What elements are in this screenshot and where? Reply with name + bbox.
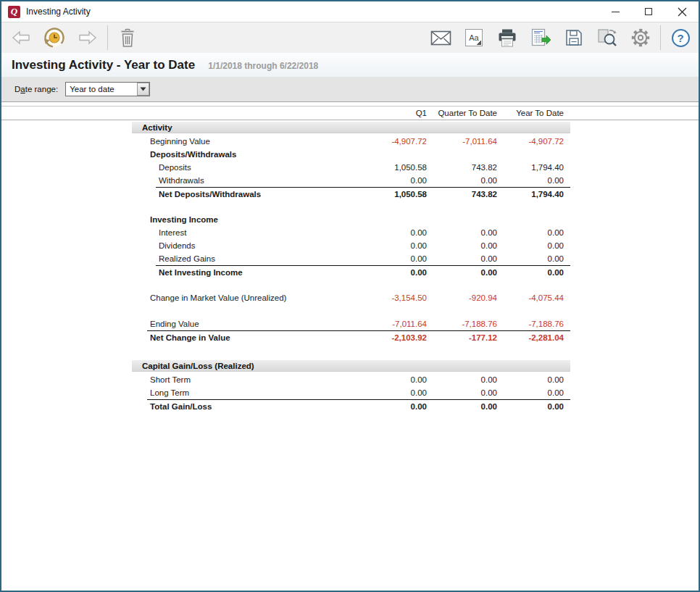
close-button[interactable] bbox=[665, 1, 699, 22]
row-label: Interest bbox=[132, 226, 357, 239]
amount-cell[interactable]: 0.00 bbox=[427, 226, 497, 239]
minimize-button[interactable] bbox=[599, 1, 632, 22]
help-icon: ? bbox=[672, 29, 690, 47]
amount-cell[interactable]: 0.00 bbox=[427, 252, 497, 265]
amount-cell[interactable]: 0.00 bbox=[497, 266, 564, 278]
printer-icon bbox=[497, 28, 517, 48]
amount-cell[interactable]: 1,794.40 bbox=[497, 188, 564, 200]
amount-cell[interactable]: -7,188.76 bbox=[427, 317, 497, 330]
table-row: Net Deposits/Withdrawals1,050.58743.821,… bbox=[156, 187, 570, 200]
table-row: Net Change in Value-2,103.92-177.12-2,28… bbox=[147, 330, 570, 343]
amount-cell[interactable]: 743.82 bbox=[427, 161, 497, 174]
row-spacer bbox=[132, 343, 570, 359]
amount-cell[interactable]: 0.00 bbox=[427, 400, 497, 412]
amount-cell[interactable]: 0.00 bbox=[357, 252, 427, 265]
dropdown-button[interactable] bbox=[137, 83, 149, 96]
toolbar-right-group: Aa bbox=[428, 25, 693, 51]
print-button[interactable] bbox=[495, 25, 520, 51]
amount-cell[interactable]: 0.00 bbox=[427, 239, 497, 252]
table-row: Interest0.000.000.00 bbox=[132, 226, 570, 239]
date-range-select[interactable]: Year to date bbox=[65, 82, 150, 96]
row-label: Investing Income bbox=[132, 213, 564, 226]
amount-cell[interactable]: 1,050.58 bbox=[357, 161, 427, 174]
column-header: Year To Date bbox=[497, 107, 564, 120]
amount-cell[interactable]: 0.00 bbox=[427, 266, 497, 278]
amount-cell[interactable]: 1,050.58 bbox=[357, 188, 427, 200]
amount-cell[interactable]: 743.82 bbox=[427, 188, 497, 200]
app-window: Q Investing Activity bbox=[0, 0, 700, 592]
delete-report-button[interactable] bbox=[115, 25, 140, 51]
settings-button[interactable] bbox=[628, 25, 653, 51]
help-button[interactable]: ? bbox=[668, 25, 693, 51]
table-row: Dividends0.000.000.00 bbox=[132, 239, 570, 252]
trash-icon bbox=[120, 28, 136, 48]
table-row: Deposits1,050.58743.821,794.40 bbox=[132, 161, 570, 174]
amount-cell[interactable]: 0.00 bbox=[497, 239, 564, 252]
amount-cell[interactable]: 0.00 bbox=[497, 174, 564, 187]
history-button[interactable] bbox=[42, 25, 67, 51]
amount-cell[interactable]: 0.00 bbox=[497, 400, 564, 412]
row-label: Long Term bbox=[132, 386, 357, 399]
maximize-button[interactable] bbox=[632, 1, 665, 22]
amount-cell[interactable]: 0.00 bbox=[497, 373, 564, 386]
title-bar: Q Investing Activity bbox=[1, 1, 699, 22]
export-report-button[interactable] bbox=[528, 25, 553, 51]
amount-cell[interactable]: 0.00 bbox=[427, 373, 497, 386]
chevron-down-icon bbox=[140, 87, 146, 91]
table-row: Deposits/Withdrawals bbox=[132, 148, 570, 161]
report-title: Investing Activity - Year to Date bbox=[12, 58, 195, 72]
amount-cell[interactable]: -3,154.50 bbox=[357, 291, 427, 304]
filter-bar: Date range: Year to date bbox=[1, 77, 699, 102]
amount-cell[interactable]: -4,075.44 bbox=[497, 291, 564, 304]
amount-cell[interactable]: 0.00 bbox=[427, 174, 497, 187]
amount-cell[interactable]: 0.00 bbox=[357, 386, 427, 399]
amount-cell[interactable]: 0.00 bbox=[357, 400, 427, 412]
amount-cell[interactable]: 0.00 bbox=[497, 386, 564, 399]
amount-cell[interactable]: 0.00 bbox=[497, 252, 564, 265]
table-row: Total Gain/Loss0.000.000.00 bbox=[147, 399, 570, 412]
table-row: Withdrawals0.000.000.00 bbox=[132, 174, 570, 187]
export-spreadsheet-icon bbox=[530, 28, 551, 48]
section-header: Capital Gain/Loss (Realized) bbox=[132, 360, 570, 372]
amount-cell[interactable]: 0.00 bbox=[357, 226, 427, 239]
amount-cell[interactable]: -7,188.76 bbox=[497, 317, 564, 330]
amount-cell[interactable]: -7,011.64 bbox=[427, 135, 497, 148]
amount-cell[interactable]: 0.00 bbox=[357, 266, 427, 278]
toolbar-separator bbox=[107, 25, 108, 50]
amount-cell[interactable]: -7,011.64 bbox=[357, 317, 427, 330]
row-label: Ending Value bbox=[132, 317, 357, 330]
row-label: Dividends bbox=[132, 239, 357, 252]
print-preview-button[interactable] bbox=[595, 25, 620, 51]
amount-cell[interactable]: 1,794.40 bbox=[497, 161, 564, 174]
save-report-button[interactable] bbox=[562, 25, 586, 51]
preview-magnifier-icon bbox=[596, 28, 618, 48]
history-clock-icon bbox=[42, 25, 67, 50]
row-spacer bbox=[132, 278, 570, 291]
amount-cell[interactable]: 0.00 bbox=[497, 226, 564, 239]
email-report-button[interactable] bbox=[428, 25, 453, 51]
table-row: Ending Value-7,011.64-7,188.76-7,188.76 bbox=[132, 317, 570, 330]
amount-cell[interactable]: -177.12 bbox=[427, 331, 497, 343]
window-controls bbox=[599, 1, 699, 22]
toolbar-separator bbox=[660, 25, 661, 50]
amount-cell[interactable]: 0.00 bbox=[357, 174, 427, 187]
section-header: Activity bbox=[132, 122, 570, 133]
row-label: Total Gain/Loss bbox=[147, 400, 357, 412]
forward-button[interactable] bbox=[75, 25, 100, 51]
row-label: Net Change in Value bbox=[147, 331, 357, 343]
table-row: Short Term0.000.000.00 bbox=[132, 373, 570, 386]
amount-cell[interactable]: -920.94 bbox=[427, 291, 497, 304]
amount-cell[interactable]: 0.00 bbox=[357, 239, 427, 252]
back-arrow-icon bbox=[11, 30, 31, 45]
font-corner-triangle bbox=[476, 40, 481, 45]
amount-cell[interactable]: -2,281.04 bbox=[497, 331, 564, 343]
amount-cell[interactable]: 0.00 bbox=[427, 386, 497, 399]
amount-cell[interactable]: -2,103.92 bbox=[357, 331, 427, 343]
amount-cell[interactable]: 0.00 bbox=[357, 373, 427, 386]
back-button[interactable] bbox=[9, 25, 33, 51]
table-row: Realized Gains0.000.000.00 bbox=[132, 252, 570, 265]
amount-cell[interactable]: -4,907.72 bbox=[497, 135, 564, 148]
amount-cell[interactable]: -4,907.72 bbox=[357, 135, 427, 148]
save-floppy-icon bbox=[564, 28, 583, 47]
font-settings-button[interactable]: Aa bbox=[462, 25, 486, 51]
